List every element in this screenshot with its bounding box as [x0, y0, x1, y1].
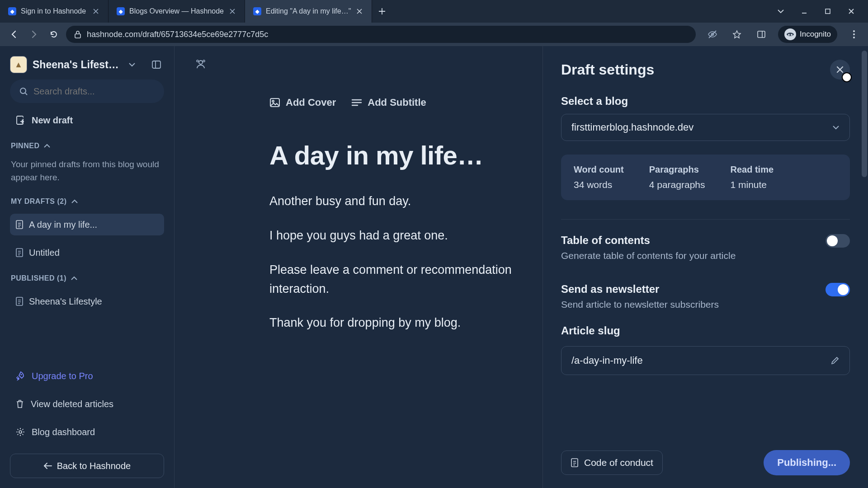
section-label: PUBLISHED (1)	[11, 274, 66, 282]
browser-tab[interactable]: ◆ Blogs Overview — Hashnode	[108, 0, 245, 23]
collapse-sidebar-icon[interactable]	[149, 57, 164, 72]
back-button[interactable]	[6, 27, 22, 42]
svg-point-4	[788, 34, 790, 36]
article-paragraph[interactable]: Another busy and fun day.	[269, 192, 542, 211]
published-section-header[interactable]: PUBLISHED (1)	[10, 270, 164, 284]
browser-tabs: ◆ Sign in to Hashnode ◆ Blogs Overview —…	[0, 0, 392, 23]
svg-rect-22	[571, 459, 578, 467]
svg-rect-14	[16, 297, 23, 305]
bookmark-star-icon[interactable]	[729, 27, 745, 42]
published-item[interactable]: Sheena's Lifestyle	[10, 291, 164, 312]
article-paragraph[interactable]: Thank you for dropping by my blog.	[269, 314, 542, 333]
rocket-icon	[15, 371, 25, 381]
minimize-icon[interactable]	[799, 6, 809, 16]
view-deleted[interactable]: View deleted articles	[10, 393, 164, 415]
pencil-icon[interactable]	[830, 356, 840, 365]
close-icon[interactable]	[355, 7, 363, 15]
maximize-icon[interactable]	[823, 6, 833, 16]
address-bar[interactable]: hashnode.com/draft/65713634e5ce69e2777c7…	[66, 26, 696, 43]
lock-icon	[74, 30, 81, 38]
upgrade-to-pro[interactable]: Upgrade to Pro	[10, 365, 164, 387]
code-of-conduct-button[interactable]: Code of conduct	[561, 450, 663, 475]
trash-icon	[15, 399, 24, 409]
search-drafts[interactable]	[10, 80, 164, 103]
drafts-section-header[interactable]: MY DRAFTS (2)	[10, 193, 164, 207]
cursor-icon	[842, 72, 852, 82]
divider	[561, 219, 850, 220]
sidebar: ▲ Sheena's Lifest… New draft PINNED Your…	[0, 46, 175, 488]
chevron-down-icon[interactable]	[776, 6, 786, 16]
chevron-down-icon[interactable]	[124, 57, 140, 72]
close-icon[interactable]	[228, 7, 236, 15]
blog-select[interactable]: firsttimerblog.hashnode.dev	[561, 114, 850, 141]
document-icon	[571, 458, 579, 468]
close-icon[interactable]	[92, 7, 100, 15]
blog-selector[interactable]: ▲ Sheena's Lifest…	[10, 56, 143, 73]
draft-settings-panel: Draft settings Select a blog firsttimerb…	[542, 46, 868, 488]
panel-title: Draft settings	[561, 61, 654, 78]
back-to-hashnode[interactable]: Back to Hashnode	[10, 454, 164, 478]
pinned-section-header[interactable]: PINNED	[10, 137, 164, 152]
blog-selector-row: ▲ Sheena's Lifest…	[10, 56, 164, 73]
document-icon	[15, 220, 24, 230]
selected-blog: firsttimerblog.hashnode.dev	[571, 122, 693, 133]
newsletter-row: Send as newsletter Send article to newsl…	[561, 272, 850, 321]
deleted-label: View deleted articles	[31, 399, 113, 409]
toc-row: Table of contents Generate table of cont…	[561, 223, 850, 272]
new-draft-button[interactable]: New draft	[10, 109, 164, 131]
kebab-menu-icon[interactable]	[846, 27, 862, 42]
paragraph-label: Paragraphs	[649, 164, 705, 175]
add-subtitle-label: Add Subtitle	[368, 97, 426, 108]
svg-point-7	[853, 33, 855, 35]
close-icon	[836, 66, 844, 74]
newsletter-title: Send as newsletter	[561, 283, 719, 296]
close-panel-button[interactable]	[830, 60, 850, 80]
svg-point-8	[853, 37, 855, 38]
eye-off-icon[interactable]	[705, 27, 720, 42]
published-title: Sheena's Lifestyle	[29, 296, 102, 307]
incognito-label: Incognito	[800, 30, 831, 39]
app-root: ▲ Sheena's Lifest… New draft PINNED Your…	[0, 46, 868, 488]
incognito-badge[interactable]: Incognito	[778, 26, 837, 43]
svg-rect-9	[152, 61, 160, 68]
close-window-icon[interactable]	[846, 6, 856, 16]
search-input[interactable]	[33, 86, 155, 97]
document-icon	[15, 296, 24, 306]
browser-tab[interactable]: ◆ Sign in to Hashnode	[0, 0, 108, 23]
toc-toggle[interactable]	[826, 234, 850, 248]
upgrade-label: Upgrade to Pro	[32, 371, 93, 381]
hashnode-favicon-icon: ◆	[8, 7, 16, 15]
coauthor-icon[interactable]	[193, 56, 209, 72]
article-paragraph[interactable]: I hope you guys had a great one.	[269, 226, 542, 245]
read-time-label: Read time	[731, 164, 774, 175]
toc-desc: Generate table of contents for your arti…	[561, 250, 736, 261]
url-text: hashnode.com/draft/65713634e5ce69e2777c7…	[87, 30, 268, 39]
draft-item[interactable]: Untitled	[10, 242, 164, 263]
sidepanel-icon[interactable]	[754, 27, 769, 42]
scrollbar[interactable]	[862, 51, 867, 177]
article-title[interactable]: A day in my life…	[269, 140, 542, 170]
draft-item-active[interactable]: A day in my life...	[10, 214, 164, 235]
new-tab-button[interactable]	[372, 0, 392, 23]
newsletter-toggle[interactable]	[826, 283, 850, 296]
draft-title: A day in my life...	[29, 220, 97, 230]
publish-button[interactable]: Publishing...	[764, 450, 850, 475]
stats-card: Word count 34 words Paragraphs 4 paragra…	[561, 155, 850, 200]
reload-button[interactable]	[46, 27, 61, 42]
svg-point-6	[853, 30, 855, 32]
browser-titlebar: ◆ Sign in to Hashnode ◆ Blogs Overview —…	[0, 0, 868, 23]
forward-button[interactable]	[26, 27, 42, 42]
blog-avatar-icon: ▲	[10, 56, 27, 73]
chevron-up-icon	[44, 144, 50, 148]
add-subtitle-button[interactable]: Add Subtitle	[351, 97, 426, 108]
pinned-hint: Your pinned drafts from this blog would …	[10, 158, 164, 187]
read-time-value: 1 minute	[731, 179, 774, 190]
add-cover-button[interactable]: Add Cover	[269, 97, 336, 108]
editor-content[interactable]: Add Cover Add Subtitle A day in my life……	[269, 97, 542, 348]
slug-field[interactable]: /a-day-in-my-life	[561, 346, 850, 375]
article-paragraph[interactable]: Please leave a comment or recommendation…	[269, 261, 542, 299]
svg-point-15	[21, 374, 22, 375]
blog-dashboard[interactable]: Blog dashboard	[10, 421, 164, 443]
publish-label: Publishing...	[777, 457, 836, 469]
browser-tab-active[interactable]: ◆ Editing "A day in my life…"	[245, 0, 372, 23]
